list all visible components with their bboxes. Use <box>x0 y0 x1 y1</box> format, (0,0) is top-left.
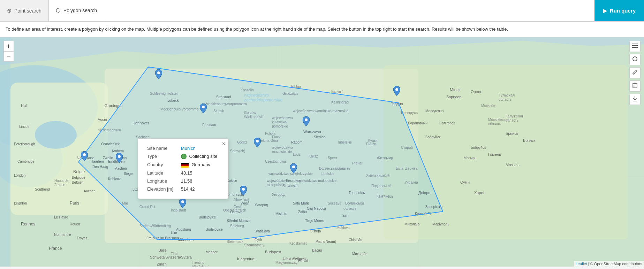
svg-point-199 <box>305 118 308 121</box>
svg-text:Mecklenburg-Vorpommern: Mecklenburg-Vorpommern <box>160 107 202 111</box>
svg-text:Osnabrück: Osnabrück <box>101 142 120 146</box>
edit-icon <box>632 70 637 76</box>
svg-text:Кам'янець: Кам'янець <box>377 194 393 198</box>
svg-text:Bârlad: Bârlad <box>298 259 308 263</box>
marker-berlin[interactable] <box>200 103 207 113</box>
svg-text:область: область <box>343 207 356 210</box>
marker-warsaw[interactable] <box>303 116 310 126</box>
svg-text:Gorzów: Gorzów <box>244 111 256 115</box>
zoom-in-button[interactable]: + <box>3 41 14 51</box>
run-query-icon: ▶ <box>603 8 607 14</box>
marker-kassel[interactable] <box>116 153 123 163</box>
svg-text:Koblenz: Koblenz <box>108 177 121 181</box>
svg-text:Рівне: Рівне <box>352 161 362 165</box>
popup-label-latitude: Latitude <box>145 169 179 177</box>
svg-text:Тернопіль: Тернопіль <box>349 191 365 195</box>
svg-text:województwo: województwo <box>244 93 269 98</box>
svg-text:Дніпро: Дніпро <box>418 191 430 195</box>
svg-text:Волинська область: Волинська область <box>319 167 350 170</box>
download-button[interactable] <box>629 94 641 105</box>
popup-value-country: Germany <box>191 162 210 167</box>
svg-text:Alto Adige/: Alto Adige/ <box>192 265 209 267</box>
svg-text:Калужская: Калужская <box>506 114 523 118</box>
svg-text:Bratislava: Bratislava <box>255 229 270 233</box>
delete-button[interactable] <box>629 80 641 92</box>
svg-text:Southend: Southend <box>35 187 50 191</box>
run-query-label: Run query <box>610 8 636 14</box>
popup-label-longitude: Longitude <box>145 177 179 185</box>
svg-text:Калуп 1: Калуп 1 <box>331 90 344 94</box>
svg-text:Trentino-: Trentino- <box>192 261 206 264</box>
marker-dusseldorf[interactable] <box>81 151 88 161</box>
popup-row-elevation: Elevation [m] 514.42 <box>145 185 221 193</box>
svg-text:Суми: Суми <box>460 180 470 184</box>
svg-text:województwo warmińsko-mazurski: województwo warmińsko-mazurskie <box>293 109 348 113</box>
svg-point-194 <box>157 71 160 74</box>
svg-point-203 <box>242 188 245 191</box>
popup-row-type: Type Collecting site <box>145 152 221 161</box>
marker-poznan[interactable] <box>254 138 261 147</box>
svg-text:Миколаїв: Миколаїв <box>404 222 419 226</box>
svg-text:Rennes: Rennes <box>21 222 35 226</box>
svg-text:Kecskemet: Kecskemet <box>289 241 307 245</box>
tab-point-search[interactable]: ⊕ Point search <box>0 0 49 21</box>
svg-text:Satu Mare: Satu Mare <box>293 201 309 205</box>
svg-text:Niedersachsen: Niedersachsen <box>98 128 121 132</box>
marker-minsk[interactable] <box>393 86 400 96</box>
svg-text:Біла Церква: Біла Церква <box>396 166 418 170</box>
download-icon <box>632 96 637 102</box>
marker-katowice[interactable] <box>290 163 297 173</box>
leaflet-link[interactable]: Leaflet <box>576 262 587 266</box>
svg-point-196 <box>83 153 86 156</box>
edit-button[interactable] <box>629 67 641 78</box>
header-spacer <box>104 0 594 21</box>
svg-text:Jihov. kraj: Jihov. kraj <box>234 198 249 202</box>
svg-text:France: France <box>54 183 66 187</box>
svg-text:Бобруйск: Бобруйск <box>425 135 441 139</box>
svg-text:Haarlem: Haarlem <box>91 160 104 163</box>
svg-text:mazowieckie: mazowieckie <box>272 150 292 154</box>
info-text: To define an area of interest, create a … <box>6 26 508 32</box>
svg-text:Ostrava: Ostrava <box>230 210 242 214</box>
zoom-controls: + − <box>3 41 14 62</box>
svg-text:Groningen: Groningen <box>105 103 122 108</box>
svg-text:Paris: Paris <box>70 201 79 206</box>
svg-text:Assen: Assen <box>98 117 108 122</box>
run-query-button[interactable]: ▶ Run query <box>594 0 644 21</box>
svg-text:Basel: Basel <box>159 248 167 252</box>
popup-value-site-name[interactable]: Munich <box>181 146 196 151</box>
map-attribution: Leaflet | © OpenStreetMap contributors <box>574 261 644 267</box>
marker-hamburg[interactable] <box>155 69 162 79</box>
zoom-out-button[interactable]: − <box>3 51 14 62</box>
svg-rect-210 <box>634 83 636 84</box>
svg-text:Piatra Neamț: Piatra Neamț <box>316 240 336 244</box>
svg-text:Česko: Česko <box>234 205 244 209</box>
svg-text:Siedlce: Siedlce <box>314 135 325 139</box>
svg-text:Тульская: Тульская <box>499 93 515 97</box>
svg-text:Miskolc: Miskolc <box>275 212 287 216</box>
map-container[interactable]: Hull Lincoln Peterborough Cambridge Lond… <box>0 37 644 267</box>
svg-text:Normandie: Normandie <box>54 233 71 237</box>
popup-label-type: Type <box>145 152 179 161</box>
svg-text:Aachen: Aachen <box>115 167 127 170</box>
svg-text:lubelskie: lubelskie <box>338 140 352 144</box>
svg-text:Мінск: Мінск <box>450 87 461 92</box>
svg-text:Wielkopolski: Wielkopolski <box>244 115 264 119</box>
flag-germany <box>181 163 189 168</box>
svg-text:Augsburg: Augsburg <box>176 228 191 231</box>
marker-munich[interactable] <box>179 198 186 208</box>
layers-button[interactable] <box>629 41 641 52</box>
popup-close-button[interactable]: × <box>222 141 225 147</box>
svg-text:Łódź: Łódź <box>293 153 301 156</box>
svg-text:Брест: Брест <box>328 156 338 160</box>
marker-vienna[interactable] <box>240 186 247 195</box>
circle-draw-button[interactable] <box>629 54 641 65</box>
svg-text:Potsdam: Potsdam <box>202 123 216 127</box>
popup-row-longitude: Longitude 11.58 <box>145 177 221 185</box>
tab-polygon-search[interactable]: ⬡ Polygon search <box>49 0 105 21</box>
svg-text:Ужгород: Ужгород <box>255 203 268 207</box>
point-search-icon: ⊕ <box>7 7 12 14</box>
header: ⊕ Point search ⬡ Polygon search ▶ Run qu… <box>0 0 644 22</box>
svg-text:Запоріжжя: Запоріжжя <box>425 205 442 209</box>
svg-text:Орша: Орша <box>471 90 481 94</box>
